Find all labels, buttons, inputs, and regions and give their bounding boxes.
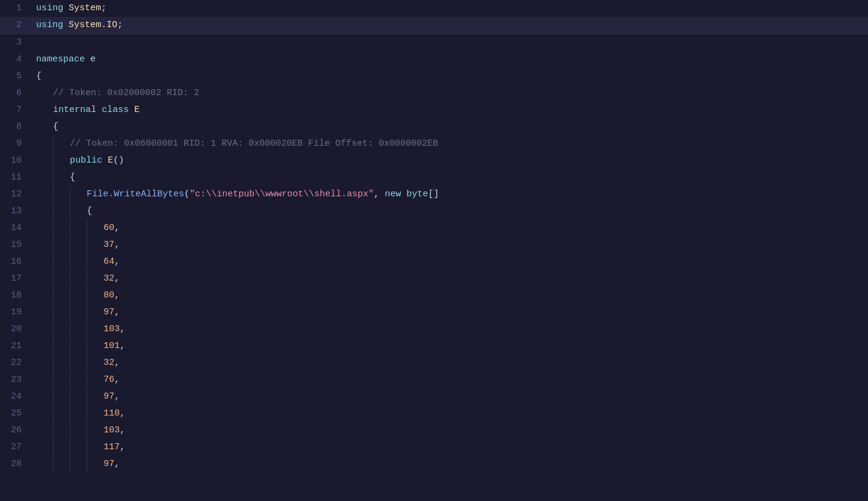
token-plain bbox=[63, 3, 69, 13]
code-line: 8{ bbox=[0, 119, 868, 135]
code-line: 25110, bbox=[0, 405, 868, 422]
token-plain: , bbox=[114, 223, 120, 233]
token-number: 97 bbox=[104, 459, 114, 469]
token-number: 76 bbox=[104, 375, 114, 385]
line-number: 10 bbox=[0, 153, 31, 169]
line-content: 117, bbox=[31, 440, 868, 455]
line-number: 21 bbox=[0, 338, 31, 354]
line-content: // Token: 0x02000002 RID: 2 bbox=[31, 86, 868, 101]
code-line: 13{ bbox=[0, 203, 868, 220]
token-plain bbox=[401, 189, 406, 199]
code-line: 1537, bbox=[0, 237, 868, 254]
token-plain bbox=[102, 155, 108, 166]
token-kw-class: class bbox=[102, 105, 129, 115]
line-content: 103, bbox=[31, 423, 868, 438]
line-number: 15 bbox=[0, 237, 31, 253]
line-number: 17 bbox=[0, 271, 31, 287]
token-plain: ( bbox=[184, 189, 190, 199]
line-content: 101, bbox=[31, 338, 868, 354]
line-number: 25 bbox=[0, 406, 31, 422]
line-content: 76, bbox=[31, 372, 868, 388]
token-plain bbox=[63, 20, 69, 30]
line-content: 110, bbox=[31, 406, 868, 422]
code-line: 10public E() bbox=[0, 152, 868, 169]
token-plain: , bbox=[114, 358, 120, 368]
token-punctuation: { bbox=[36, 71, 42, 81]
code-line: 6// Token: 0x02000002 RID: 2 bbox=[0, 85, 868, 102]
line-content: { bbox=[31, 170, 868, 185]
line-number: 19 bbox=[0, 305, 31, 320]
code-line: 5{ bbox=[0, 68, 868, 85]
token-plain: , bbox=[114, 391, 120, 402]
line-content: namespace e bbox=[31, 52, 868, 67]
token-plain: () bbox=[113, 155, 124, 166]
code-line: 1460, bbox=[0, 220, 868, 237]
token-comment: // Token: 0x02000002 RID: 2 bbox=[53, 88, 199, 98]
code-line: 7internal class E bbox=[0, 102, 868, 119]
line-number: 7 bbox=[0, 102, 31, 118]
token-plain bbox=[129, 105, 134, 115]
code-line: 20103, bbox=[0, 321, 868, 338]
token-number: 117 bbox=[104, 442, 120, 452]
line-number: 28 bbox=[0, 456, 31, 472]
line-content: { bbox=[31, 119, 868, 135]
token-class-e: E bbox=[108, 155, 113, 166]
token-punctuation: { bbox=[53, 122, 58, 132]
token-kw-using: using bbox=[36, 20, 63, 30]
token-method: File.WriteAllBytes bbox=[87, 189, 184, 199]
code-line: 2232, bbox=[0, 355, 868, 372]
token-number: 110 bbox=[104, 408, 120, 419]
code-line: 4namespace e bbox=[0, 51, 868, 68]
line-number: 5 bbox=[0, 69, 31, 84]
token-kw-using: using bbox=[36, 3, 63, 13]
line-number: 2 bbox=[0, 17, 31, 33]
token-number: 60 bbox=[104, 223, 114, 233]
token-plain: , bbox=[120, 324, 125, 334]
line-number: 6 bbox=[0, 86, 31, 101]
code-line: 1using System; bbox=[0, 0, 868, 17]
line-number: 18 bbox=[0, 288, 31, 303]
code-line: 2897, bbox=[0, 456, 868, 473]
line-number: 23 bbox=[0, 372, 31, 388]
line-content: using System.IO; bbox=[31, 17, 868, 33]
token-number: 97 bbox=[104, 391, 114, 402]
line-content: { bbox=[31, 69, 868, 84]
token-plain: e bbox=[85, 54, 96, 64]
line-number: 27 bbox=[0, 440, 31, 455]
token-number: 32 bbox=[104, 358, 114, 368]
line-content: 97, bbox=[31, 389, 868, 405]
code-line: 21101, bbox=[0, 338, 868, 355]
line-content: 37, bbox=[31, 237, 868, 253]
token-kw-namespace: namespace bbox=[36, 54, 85, 64]
line-number: 20 bbox=[0, 322, 31, 337]
line-number: 4 bbox=[0, 52, 31, 67]
line-number: 26 bbox=[0, 423, 31, 438]
line-number: 1 bbox=[0, 1, 31, 16]
code-line: 9// Token: 0x06000001 RID: 1 RVA: 0x0000… bbox=[0, 135, 868, 152]
token-plain: , bbox=[374, 189, 385, 199]
line-content: 32, bbox=[31, 355, 868, 371]
line-number: 12 bbox=[0, 187, 31, 202]
line-number: 24 bbox=[0, 389, 31, 405]
line-content: // Token: 0x06000001 RID: 1 RVA: 0x00002… bbox=[31, 136, 868, 152]
line-number: 9 bbox=[0, 136, 31, 152]
token-number: 80 bbox=[104, 290, 114, 300]
token-number: 103 bbox=[104, 425, 120, 435]
code-line: 1997, bbox=[0, 304, 868, 321]
token-punctuation: { bbox=[70, 172, 75, 182]
token-plain: , bbox=[114, 307, 120, 317]
code-line: 12File.WriteAllBytes("c:\\inetpub\\wwwro… bbox=[0, 186, 868, 203]
line-content: 97, bbox=[31, 305, 868, 320]
code-line: 2376, bbox=[0, 372, 868, 388]
line-number: 11 bbox=[0, 170, 31, 185]
line-number: 3 bbox=[0, 35, 31, 51]
token-class-e: E bbox=[134, 105, 140, 115]
token-plain: [] bbox=[428, 189, 439, 199]
token-plain: ; bbox=[101, 3, 107, 13]
token-kw-internal: internal bbox=[53, 105, 96, 115]
line-content: { bbox=[31, 204, 868, 219]
line-content: File.WriteAllBytes("c:\\inetpub\\wwwroot… bbox=[31, 187, 868, 202]
token-ns-system: System bbox=[69, 3, 101, 13]
token-kw-public: public bbox=[70, 155, 102, 166]
token-number: 97 bbox=[104, 307, 114, 317]
